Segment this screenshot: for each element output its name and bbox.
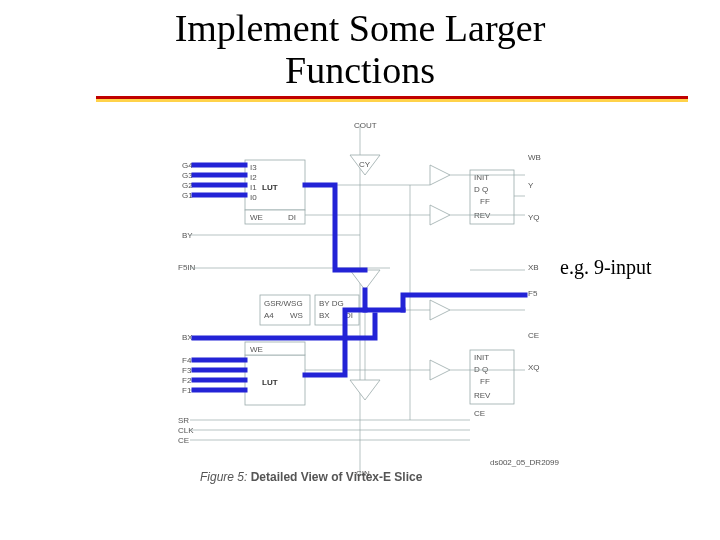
svg-text:CE: CE — [178, 436, 189, 445]
svg-text:CY: CY — [359, 160, 371, 169]
svg-text:SR: SR — [178, 416, 189, 425]
svg-text:GSR/WSG: GSR/WSG — [264, 299, 303, 308]
annotation-9input: e.g. 9-input — [560, 256, 652, 279]
svg-marker-47 — [350, 380, 380, 400]
svg-text:F5: F5 — [528, 289, 538, 298]
svg-text:BY DG: BY DG — [319, 299, 344, 308]
svg-text:BY: BY — [182, 231, 193, 240]
figure-caption: Figure 5: Detailed View of Virtex-E Slic… — [200, 470, 422, 484]
title-line2: Functions — [285, 49, 435, 91]
svg-text:CE: CE — [528, 331, 539, 340]
svg-text:BX: BX — [319, 311, 330, 320]
svg-text:DI: DI — [288, 213, 296, 222]
svg-marker-17 — [430, 165, 450, 185]
svg-text:INIT: INIT — [474, 173, 489, 182]
svg-text:I3: I3 — [250, 163, 257, 172]
svg-text:WE: WE — [250, 213, 263, 222]
svg-text:F1: F1 — [182, 386, 192, 395]
title-line1: Implement Some Larger — [175, 7, 546, 49]
svg-text:D  Q: D Q — [474, 365, 488, 374]
lut-bot-label: LUT — [262, 378, 278, 387]
svg-text:YQ: YQ — [528, 213, 540, 222]
slice-diagram: COUT CIN LUT I3 I2 I1 I0 WE DI G4 G3 G2 … — [150, 120, 570, 480]
svg-text:D  Q: D Q — [474, 185, 488, 194]
svg-text:F4: F4 — [182, 356, 192, 365]
title-rule — [96, 96, 688, 102]
svg-text:WB: WB — [528, 153, 541, 162]
svg-marker-18 — [430, 205, 450, 225]
svg-text:F5IN: F5IN — [178, 263, 196, 272]
svg-text:WS: WS — [290, 311, 303, 320]
credit: ds002_05_DR2099 — [490, 458, 559, 467]
svg-text:FF: FF — [480, 197, 490, 206]
svg-marker-46 — [350, 270, 380, 290]
svg-text:XQ: XQ — [528, 363, 540, 372]
svg-text:FF: FF — [480, 377, 490, 386]
svg-text:INIT: INIT — [474, 353, 489, 362]
svg-text:CLK: CLK — [178, 426, 194, 435]
svg-text:F2: F2 — [182, 376, 192, 385]
svg-marker-49 — [430, 360, 450, 380]
svg-text:Y: Y — [528, 181, 534, 190]
svg-text:A4: A4 — [264, 311, 274, 320]
svg-text:F3: F3 — [182, 366, 192, 375]
svg-text:I2: I2 — [250, 173, 257, 182]
svg-text:XB: XB — [528, 263, 539, 272]
svg-text:REV: REV — [474, 211, 491, 220]
pin-cout: COUT — [354, 121, 377, 130]
svg-text:I0: I0 — [250, 193, 257, 202]
svg-text:CE: CE — [474, 409, 485, 418]
svg-marker-48 — [430, 300, 450, 320]
lut-top-label: LUT — [262, 183, 278, 192]
svg-text:I1: I1 — [250, 183, 257, 192]
svg-text:REV: REV — [474, 391, 491, 400]
svg-text:WE: WE — [250, 345, 263, 354]
